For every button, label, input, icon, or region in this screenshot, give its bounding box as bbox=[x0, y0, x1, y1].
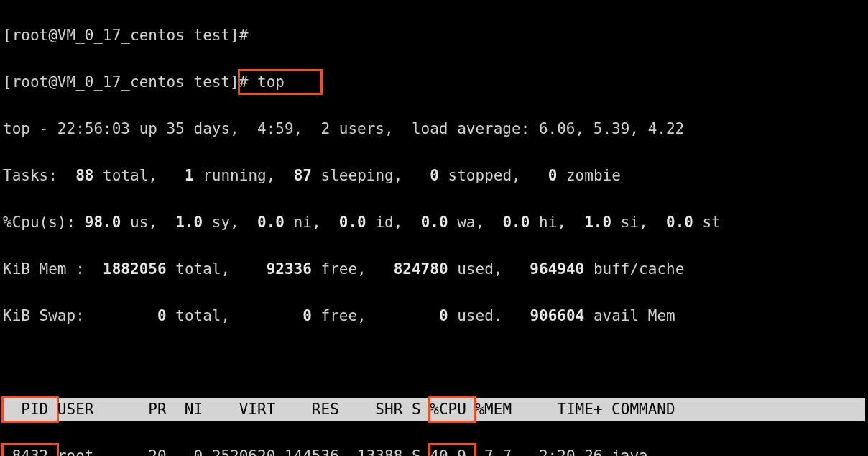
terminal-window[interactable]: [root@VM_0_17_centos test]# [root@VM_0_1… bbox=[0, 0, 868, 456]
t: %Cpu(s): bbox=[3, 214, 85, 231]
summary-uptime: top - 22:56:03 up 35 days, 4:59, 2 users… bbox=[3, 117, 865, 141]
uptime-left: top - 22:56:03 up 35 days, 4:59 bbox=[3, 120, 294, 137]
t: 0 bbox=[157, 307, 175, 324]
t: stopped, bbox=[448, 167, 548, 184]
t: us, bbox=[130, 214, 175, 231]
t: 1 bbox=[185, 167, 203, 184]
row-right: 7.7 2:20.26 java bbox=[475, 447, 647, 456]
t: total, bbox=[103, 167, 185, 184]
prompt-line-1: [root@VM_0_17_centos test]# bbox=[3, 24, 865, 47]
t: 0 bbox=[430, 167, 448, 184]
t: Tasks: bbox=[3, 167, 75, 184]
t: wa, bbox=[457, 214, 502, 231]
summary-tasks: Tasks: 88 total, 1 running, 87 sleeping,… bbox=[3, 164, 865, 188]
t: free, bbox=[321, 260, 394, 278]
t: 964940 bbox=[530, 260, 594, 278]
t: KiB Swap: bbox=[3, 307, 157, 324]
t: total, bbox=[175, 260, 266, 278]
t: 0.0 bbox=[666, 214, 703, 231]
t: avail Mem bbox=[594, 307, 675, 324]
t: 1882056 bbox=[103, 260, 175, 278]
pid-header-highlight: PID bbox=[3, 398, 57, 421]
t: 1.0 bbox=[584, 214, 621, 231]
t: si, bbox=[621, 214, 666, 231]
header-right: %MEM TIME+ COMMAND bbox=[475, 401, 829, 418]
t: buff/cache bbox=[594, 260, 684, 278]
t: 0.0 bbox=[421, 214, 458, 231]
t: 1.0 bbox=[175, 214, 212, 231]
t: ni, bbox=[294, 214, 339, 231]
t: KiB Mem : bbox=[3, 260, 103, 278]
t: id, bbox=[375, 214, 420, 231]
t: used, bbox=[457, 260, 530, 278]
t: st bbox=[703, 214, 721, 231]
t: running, bbox=[203, 167, 293, 184]
t: total, bbox=[175, 307, 303, 324]
process-table-header: PID USER PR NI VIRT RES SHR S %CPU %MEM … bbox=[3, 398, 865, 421]
t: 0 bbox=[303, 307, 320, 324]
t: 87 bbox=[294, 167, 321, 184]
t: 88 bbox=[75, 167, 103, 184]
table-row: 8432 root 20 0 2520620 144536 13388 S 40… bbox=[3, 444, 865, 456]
cpu-header-highlight: %CPU bbox=[430, 398, 475, 421]
summary-swap: KiB Swap: 0 total, 0 free, 0 used. 90660… bbox=[3, 304, 865, 328]
command-top-highlight: # top bbox=[239, 70, 321, 94]
prompt-line-2: [root@VM_0_17_centos test]# top bbox=[3, 70, 865, 94]
t: 98.0 bbox=[85, 214, 130, 231]
t: 92336 bbox=[267, 260, 321, 278]
t: free, bbox=[321, 307, 439, 324]
t: 0 bbox=[548, 167, 566, 184]
t: 0.0 bbox=[257, 214, 294, 231]
blank-line bbox=[3, 351, 865, 375]
summary-cpu: %Cpu(s): 98.0 us, 1.0 sy, 0.0 ni, 0.0 id… bbox=[3, 211, 865, 234]
row-mid: root 20 0 2520620 144536 13388 S bbox=[57, 447, 430, 456]
t: 824780 bbox=[394, 260, 458, 278]
t: 0.0 bbox=[502, 214, 539, 231]
cpu-cell-highlight: 40.9 bbox=[430, 444, 475, 456]
t: sleeping, bbox=[321, 167, 430, 184]
header-left: USER PR NI VIRT RES SHR S bbox=[57, 401, 430, 418]
t: 0 bbox=[439, 307, 457, 324]
prompt-prefix: [root@VM_0_17_centos test] bbox=[3, 73, 239, 91]
t: sy, bbox=[212, 214, 257, 231]
pid-cell-highlight: 8432 bbox=[3, 444, 57, 456]
t: used. bbox=[457, 307, 530, 324]
t: 906604 bbox=[530, 307, 594, 324]
t: 0.0 bbox=[339, 214, 376, 231]
uptime-right: , 2 users, load average: 6.06, 5.39, 4.2… bbox=[294, 120, 685, 137]
summary-mem: KiB Mem : 1882056 total, 92336 free, 824… bbox=[3, 257, 865, 281]
t: zombie bbox=[566, 167, 621, 184]
t: hi, bbox=[539, 214, 584, 231]
